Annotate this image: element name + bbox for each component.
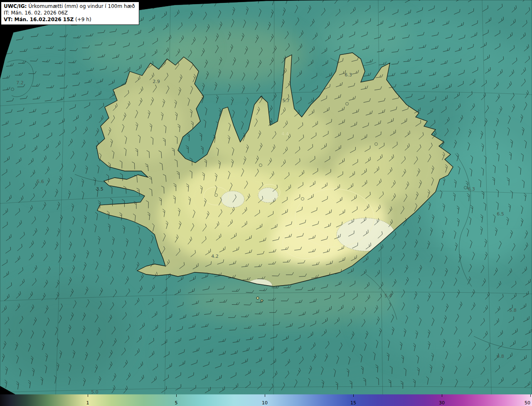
colorbar-tick-mark bbox=[353, 394, 354, 397]
contour-label: 5.6 bbox=[37, 179, 44, 184]
map-title: Úrkomumætti (mm) og vindur í 100m hæð bbox=[28, 3, 135, 9]
init-time: Mán. 16. 02. 2026 06Z bbox=[11, 10, 68, 16]
contour-label: 6.3 bbox=[468, 186, 475, 192]
colorbar-tick-mark bbox=[88, 394, 88, 397]
init-label: IT: bbox=[4, 10, 10, 16]
colorbar-tick-label: 15 bbox=[350, 400, 356, 406]
contour-label: 4.4 bbox=[281, 131, 289, 137]
contour-label: 2.9 bbox=[153, 79, 160, 84]
colorbar-tick-mark bbox=[265, 394, 265, 397]
colorbar-tick-label: 30 bbox=[439, 400, 445, 406]
contour-label: 5.7 bbox=[282, 98, 290, 103]
valid-label: VT: bbox=[4, 17, 13, 22]
contour-label: 7.2 bbox=[16, 80, 24, 86]
contour-label: 5.0 bbox=[91, 389, 99, 395]
title-box: UWC/IG: Úrkomumætti (mm) og vindur í 100… bbox=[1, 2, 139, 25]
colorbar-tick-mark bbox=[442, 394, 442, 397]
title-line: UWC/IG: Úrkomumætti (mm) og vindur í 100… bbox=[4, 3, 135, 10]
colorbar-tick-label: 50 bbox=[525, 400, 530, 406]
valid-offset: (+9 h) bbox=[75, 17, 91, 22]
contour-label: 6.3 bbox=[345, 72, 352, 78]
colorbar-tick-label: 10 bbox=[262, 400, 268, 406]
model-label: UWC/IG: bbox=[4, 3, 27, 9]
contour-label: 6.5 bbox=[497, 211, 504, 217]
init-time-line: IT: Mán. 16. 02. 2026 06Z bbox=[4, 10, 135, 17]
contour-label: 4.2 bbox=[211, 254, 219, 259]
valid-time: Mán. 16.02.2026 15Z bbox=[14, 17, 74, 22]
colorbar-tick-label: 1 bbox=[86, 400, 89, 406]
colorbar-tick-mark bbox=[176, 394, 177, 397]
contour-label: 5.8 bbox=[509, 308, 517, 313]
colorbar-tick-mark bbox=[530, 394, 531, 397]
contour-label: 3.5 bbox=[96, 186, 103, 192]
colorbar-tick-label: 5 bbox=[175, 400, 178, 406]
valid-time-line: VT: Mán. 16.02.2026 15Z (+9 h) bbox=[4, 17, 135, 23]
map-canvas bbox=[0, 0, 532, 406]
contour-label: 4.8 bbox=[497, 354, 504, 359]
weather-map-screen: 7.22.96.35.74.45.63.56.36.54.25.45.84.85… bbox=[0, 0, 532, 406]
colorbar: 1510153050 bbox=[0, 394, 532, 406]
contour-label: 5.4 bbox=[384, 293, 392, 298]
